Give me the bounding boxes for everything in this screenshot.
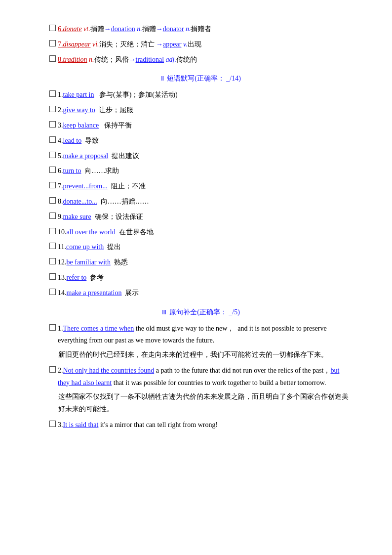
phrase-5-num: 5. xyxy=(58,152,63,160)
phrase-8-phrase: donate...to... xyxy=(63,198,97,205)
sentence-3-row: 3.It is said that it's a mirror that can… xyxy=(49,419,353,431)
phrase-8-num: 8. xyxy=(58,198,63,205)
phrase-checkbox-1[interactable] xyxy=(49,90,56,97)
sentence-3-underlined: It is said that xyxy=(63,421,99,428)
phrase-checkbox-10[interactable] xyxy=(49,228,56,234)
phrase-3-content: 3.keep balance 保持平衡 xyxy=(58,120,353,131)
phrase-6-phrase: turn to xyxy=(63,167,81,174)
vocab-6-num: 6. xyxy=(58,25,63,33)
vocab-7-word: disappear xyxy=(63,41,91,48)
vocab-6-pos2: n. xyxy=(137,25,142,33)
phrase-1-num: 1. xyxy=(58,91,63,98)
phrase-2-phrase: give way to xyxy=(63,106,95,114)
phrase-2-content: 2.give way to 让步；屈服 xyxy=(58,104,353,116)
phrase-checkbox-11[interactable] xyxy=(49,243,56,249)
sentence-checkbox-3[interactable] xyxy=(49,421,56,427)
phrase-checkbox-13[interactable] xyxy=(49,273,56,280)
phrase-8-content: 8.donate...to... 向……捐赠…… xyxy=(58,196,353,208)
sentence-3-block: 3.It is said that it's a mirror that can… xyxy=(49,419,353,431)
sentence-3-rest: it's a mirror that can tell right from w… xyxy=(98,421,218,428)
sentence-checkbox-1[interactable] xyxy=(49,324,56,331)
vocab-6-content: 6.donate vt.捐赠→donation n.捐赠→donator n.捐… xyxy=(58,23,353,35)
phrase-4: 4.lead to 导致 xyxy=(49,135,353,147)
vocab-7-arrow1: → xyxy=(156,41,163,48)
phrase-9-phrase: make sure xyxy=(63,213,91,220)
sentence-2-rest2: that it was possible for countries to wo… xyxy=(112,379,326,386)
phrase-5-meaning: 提出建议 xyxy=(112,152,139,160)
phrase-7-phrase: prevent...from... xyxy=(63,182,108,190)
vocab-8-arrow1: → xyxy=(129,56,136,63)
phrase-8-meaning: 向……捐赠…… xyxy=(101,198,149,205)
sentence-2-block: 2.Not only had the countries found a pat… xyxy=(49,365,353,415)
vocab-7-pos: vi. xyxy=(92,41,99,48)
phrase-checkbox-8[interactable] xyxy=(49,197,56,204)
phrase-checkbox-3[interactable] xyxy=(49,121,56,128)
sentence-1-block: 1.There comes a time when the old must g… xyxy=(49,323,353,361)
phrase-1-phrase: take part in xyxy=(63,91,94,98)
phrase-4-num: 4. xyxy=(58,137,63,144)
phrase-checkbox-2[interactable] xyxy=(49,106,56,112)
checkbox-8[interactable] xyxy=(49,55,56,62)
sentence-1-num: 1. xyxy=(58,325,63,332)
section3-header: Ⅲ 原句补全(正确率： _/5) xyxy=(49,308,353,317)
phrase-checkbox-9[interactable] xyxy=(49,213,56,219)
phrase-10-meaning: 在世界各地 xyxy=(119,228,154,236)
vocab-7-meaning2: 出现 xyxy=(188,41,201,48)
phrase-2: 2.give way to 让步；屈服 xyxy=(49,104,353,116)
phrase-11-content: 11.come up with 提出 xyxy=(58,241,353,253)
vocab-8-pos: n. xyxy=(89,56,94,63)
sentence-2-content: 2.Not only had the countries found a pat… xyxy=(58,365,353,389)
vocab-6-meaning2: 捐赠 xyxy=(142,25,156,33)
phrase-checkbox-7[interactable] xyxy=(49,182,56,188)
phrase-10-num: 10. xyxy=(58,228,67,236)
vocab-item-6: 6.donate vt.捐赠→donation n.捐赠→donator n.捐… xyxy=(49,23,353,35)
vocab-6-arrow2: → xyxy=(156,25,163,33)
phrase-1-content: 1.take part in 参与(某事)；参加(某活动) xyxy=(58,89,353,101)
vocab-8-content: 8.tradition n.传统；风俗→traditional adj.传统的 xyxy=(58,54,353,66)
vocab-7-pos2: v. xyxy=(183,41,188,48)
vocab-7-meaning1: 消失；灭绝；消亡 xyxy=(99,41,157,48)
phrase-6-content: 6.turn to 向……求助 xyxy=(58,165,353,177)
sentence-1-underlined: There comes a time when xyxy=(63,325,134,332)
checkbox-6[interactable] xyxy=(49,25,56,31)
vocab-item-7: 7.disappear vi.消失；灭绝；消亡 →appear v.出现 xyxy=(49,39,353,50)
phrase-11: 11.come up with 提出 xyxy=(49,241,353,253)
phrase-checkbox-4[interactable] xyxy=(49,136,56,143)
phrase-13-content: 13.refer to 参考 xyxy=(58,272,353,284)
phrase-9: 9.make sure 确保；设法保证 xyxy=(49,211,353,223)
phrase-12-phrase: be familiar with xyxy=(67,258,111,266)
phrase-2-meaning: 让步；屈服 xyxy=(99,106,133,114)
phrase-checkbox-14[interactable] xyxy=(49,289,56,295)
phrase-8-spaces xyxy=(97,198,101,205)
phrase-4-phrase: lead to xyxy=(63,137,82,144)
checkbox-7[interactable] xyxy=(49,40,56,46)
phrase-7-spaces xyxy=(108,182,111,190)
phrase-9-spaces xyxy=(91,213,95,220)
section3-title: 原句补全(正确率： _/5) xyxy=(169,308,240,317)
phrase-11-num: 11. xyxy=(58,243,66,251)
section2-header: Ⅱ 短语默写(正确率： _/14) xyxy=(49,74,353,83)
sentence-checkbox-2[interactable] xyxy=(49,366,56,373)
phrase-4-content: 4.lead to 导致 xyxy=(58,135,353,147)
phrase-checkbox-6[interactable] xyxy=(49,167,56,173)
phrase-checkbox-12[interactable] xyxy=(49,258,56,264)
phrase-6-num: 6. xyxy=(58,167,63,174)
phrase-5-phrase: make a proposal xyxy=(63,152,109,160)
phrase-12: 12.be familiar with 熟悉 xyxy=(49,256,353,268)
phrase-3: 3.keep balance 保持平衡 xyxy=(49,120,353,131)
vocab-6-word: donate xyxy=(63,25,82,33)
phrase-1-spaces xyxy=(94,91,99,98)
phrase-checkbox-5[interactable] xyxy=(49,152,56,158)
phrase-10: 10.all over the world 在世界各地 xyxy=(49,226,353,238)
sentence-2-num: 2. xyxy=(58,367,63,374)
sentence-1-chinese: 新旧更替的时代已经到来，在走向未来的过程中，我们不可能将过去的一切都保存下来。 xyxy=(58,349,353,361)
phrase-9-meaning: 确保；设法保证 xyxy=(95,213,143,220)
vocab-8-meaning1: 传统；风俗 xyxy=(94,56,129,63)
phrase-14: 14.make a presentation 展示 xyxy=(49,287,353,299)
vocab-7-num: 7. xyxy=(58,41,63,48)
phrase-9-num: 9. xyxy=(58,213,63,220)
vocab-8-word2: traditional xyxy=(136,56,164,63)
phrase-10-phrase: all over the world xyxy=(67,228,116,236)
phrase-3-num: 3. xyxy=(58,122,63,129)
vocab-6-meaning1: 捐赠 xyxy=(90,25,104,33)
